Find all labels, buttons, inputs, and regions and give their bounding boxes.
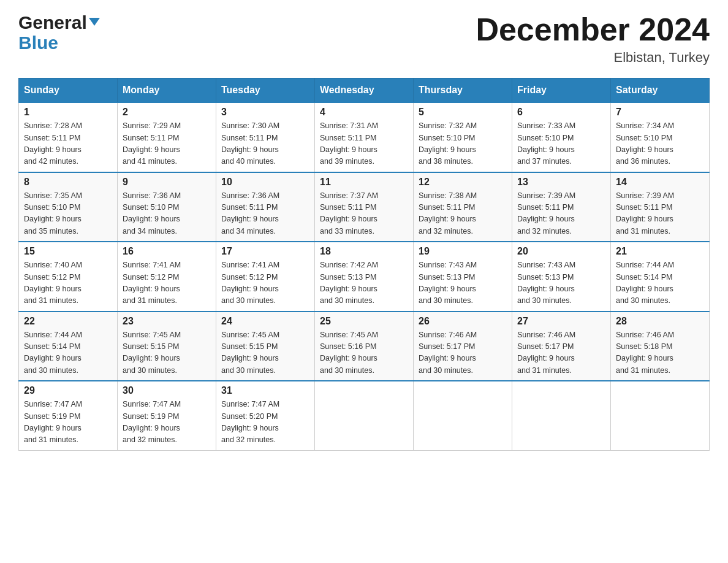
day-number: 31 (221, 385, 309, 396)
calendar-week-2: 8Sunrise: 7:35 AMSunset: 5:10 PMDaylight… (19, 172, 710, 242)
header-monday: Monday (118, 79, 216, 103)
day-number: 4 (320, 107, 408, 118)
day-number: 5 (419, 107, 507, 118)
day-number: 21 (616, 246, 704, 257)
calendar-cell (512, 381, 611, 450)
day-number: 22 (24, 316, 112, 327)
header-saturday: Saturday (611, 79, 710, 103)
title-block: December 2024 Elbistan, Turkey (476, 12, 710, 66)
calendar-cell (315, 381, 414, 450)
day-info: Sunrise: 7:33 AMSunset: 5:10 PMDaylight:… (517, 120, 605, 168)
calendar-cell: 11Sunrise: 7:37 AMSunset: 5:11 PMDayligh… (315, 172, 414, 242)
day-info: Sunrise: 7:43 AMSunset: 5:13 PMDaylight:… (517, 259, 605, 307)
day-number: 10 (221, 177, 309, 188)
logo: General Blue (18, 12, 100, 53)
day-number: 29 (24, 385, 112, 396)
day-number: 2 (123, 107, 211, 118)
calendar-cell: 28Sunrise: 7:46 AMSunset: 5:18 PMDayligh… (611, 312, 710, 381)
calendar-cell: 18Sunrise: 7:42 AMSunset: 5:13 PMDayligh… (315, 242, 414, 312)
day-number: 16 (123, 246, 211, 257)
calendar-week-5: 29Sunrise: 7:47 AMSunset: 5:19 PMDayligh… (19, 381, 710, 450)
day-number: 20 (517, 246, 605, 257)
day-info: Sunrise: 7:39 AMSunset: 5:11 PMDaylight:… (517, 190, 605, 238)
calendar-cell: 10Sunrise: 7:36 AMSunset: 5:11 PMDayligh… (216, 172, 315, 242)
day-info: Sunrise: 7:46 AMSunset: 5:17 PMDaylight:… (517, 329, 605, 377)
month-title: December 2024 (476, 12, 710, 47)
calendar-cell: 12Sunrise: 7:38 AMSunset: 5:11 PMDayligh… (414, 172, 512, 242)
day-number: 26 (419, 316, 507, 327)
day-info: Sunrise: 7:35 AMSunset: 5:10 PMDaylight:… (24, 190, 112, 238)
day-number: 13 (517, 177, 605, 188)
day-info: Sunrise: 7:41 AMSunset: 5:12 PMDaylight:… (221, 259, 309, 307)
day-number: 7 (616, 107, 704, 118)
calendar-cell: 22Sunrise: 7:44 AMSunset: 5:14 PMDayligh… (19, 312, 118, 381)
day-info: Sunrise: 7:29 AMSunset: 5:11 PMDaylight:… (123, 120, 211, 168)
calendar-week-1: 1Sunrise: 7:28 AMSunset: 5:11 PMDaylight… (19, 102, 710, 172)
day-number: 23 (123, 316, 211, 327)
day-info: Sunrise: 7:36 AMSunset: 5:11 PMDaylight:… (221, 190, 309, 238)
day-number: 24 (221, 316, 309, 327)
day-number: 17 (221, 246, 309, 257)
logo-triangle-icon (89, 18, 100, 26)
day-number: 3 (221, 107, 309, 118)
calendar-cell: 29Sunrise: 7:47 AMSunset: 5:19 PMDayligh… (19, 381, 118, 450)
day-info: Sunrise: 7:47 AMSunset: 5:19 PMDaylight:… (24, 399, 112, 446)
calendar-week-4: 22Sunrise: 7:44 AMSunset: 5:14 PMDayligh… (19, 312, 710, 381)
day-info: Sunrise: 7:42 AMSunset: 5:13 PMDaylight:… (320, 259, 408, 307)
calendar-cell: 7Sunrise: 7:34 AMSunset: 5:10 PMDaylight… (611, 102, 710, 172)
day-info: Sunrise: 7:47 AMSunset: 5:19 PMDaylight:… (123, 399, 211, 446)
day-number: 18 (320, 246, 408, 257)
day-info: Sunrise: 7:37 AMSunset: 5:11 PMDaylight:… (320, 190, 408, 238)
day-info: Sunrise: 7:46 AMSunset: 5:17 PMDaylight:… (419, 329, 507, 377)
day-number: 28 (616, 316, 704, 327)
calendar-cell: 20Sunrise: 7:43 AMSunset: 5:13 PMDayligh… (512, 242, 611, 312)
calendar-cell (414, 381, 512, 450)
day-number: 6 (517, 107, 605, 118)
calendar-cell: 21Sunrise: 7:44 AMSunset: 5:14 PMDayligh… (611, 242, 710, 312)
header-tuesday: Tuesday (216, 79, 315, 103)
header-wednesday: Wednesday (315, 79, 414, 103)
calendar-cell: 8Sunrise: 7:35 AMSunset: 5:10 PMDaylight… (19, 172, 118, 242)
day-info: Sunrise: 7:44 AMSunset: 5:14 PMDaylight:… (616, 259, 704, 307)
day-number: 9 (123, 177, 211, 188)
day-info: Sunrise: 7:41 AMSunset: 5:12 PMDaylight:… (123, 259, 211, 307)
day-number: 27 (517, 316, 605, 327)
header-sunday: Sunday (19, 79, 118, 103)
calendar-cell: 25Sunrise: 7:45 AMSunset: 5:16 PMDayligh… (315, 312, 414, 381)
calendar-cell: 31Sunrise: 7:47 AMSunset: 5:20 PMDayligh… (216, 381, 315, 450)
calendar-cell: 17Sunrise: 7:41 AMSunset: 5:12 PMDayligh… (216, 242, 315, 312)
day-info: Sunrise: 7:44 AMSunset: 5:14 PMDaylight:… (24, 329, 112, 377)
day-info: Sunrise: 7:38 AMSunset: 5:11 PMDaylight:… (419, 190, 507, 238)
calendar-cell: 15Sunrise: 7:40 AMSunset: 5:12 PMDayligh… (19, 242, 118, 312)
calendar-cell: 9Sunrise: 7:36 AMSunset: 5:10 PMDaylight… (118, 172, 216, 242)
day-info: Sunrise: 7:30 AMSunset: 5:11 PMDaylight:… (221, 120, 309, 168)
day-number: 12 (419, 177, 507, 188)
logo-general: General (18, 12, 87, 33)
day-info: Sunrise: 7:31 AMSunset: 5:11 PMDaylight:… (320, 120, 408, 168)
calendar-cell: 27Sunrise: 7:46 AMSunset: 5:17 PMDayligh… (512, 312, 611, 381)
page-header: General Blue December 2024 Elbistan, Tur… (18, 12, 710, 66)
day-info: Sunrise: 7:46 AMSunset: 5:18 PMDaylight:… (616, 329, 704, 377)
calendar-week-3: 15Sunrise: 7:40 AMSunset: 5:12 PMDayligh… (19, 242, 710, 312)
header-friday: Friday (512, 79, 611, 103)
day-info: Sunrise: 7:36 AMSunset: 5:10 PMDaylight:… (123, 190, 211, 238)
day-number: 25 (320, 316, 408, 327)
calendar-header-row: SundayMondayTuesdayWednesdayThursdayFrid… (19, 79, 710, 103)
day-number: 30 (123, 385, 211, 396)
header-thursday: Thursday (414, 79, 512, 103)
logo-blue: Blue (18, 33, 58, 53)
calendar-cell (611, 381, 710, 450)
day-info: Sunrise: 7:47 AMSunset: 5:20 PMDaylight:… (221, 399, 309, 446)
day-info: Sunrise: 7:43 AMSunset: 5:13 PMDaylight:… (419, 259, 507, 307)
day-info: Sunrise: 7:45 AMSunset: 5:15 PMDaylight:… (221, 329, 309, 377)
day-info: Sunrise: 7:45 AMSunset: 5:15 PMDaylight:… (123, 329, 211, 377)
day-info: Sunrise: 7:34 AMSunset: 5:10 PMDaylight:… (616, 120, 704, 168)
calendar-cell: 4Sunrise: 7:31 AMSunset: 5:11 PMDaylight… (315, 102, 414, 172)
day-info: Sunrise: 7:39 AMSunset: 5:11 PMDaylight:… (616, 190, 704, 238)
calendar-cell: 30Sunrise: 7:47 AMSunset: 5:19 PMDayligh… (118, 381, 216, 450)
calendar-cell: 13Sunrise: 7:39 AMSunset: 5:11 PMDayligh… (512, 172, 611, 242)
location: Elbistan, Turkey (476, 50, 710, 66)
day-number: 1 (24, 107, 112, 118)
calendar-cell: 6Sunrise: 7:33 AMSunset: 5:10 PMDaylight… (512, 102, 611, 172)
day-info: Sunrise: 7:40 AMSunset: 5:12 PMDaylight:… (24, 259, 112, 307)
